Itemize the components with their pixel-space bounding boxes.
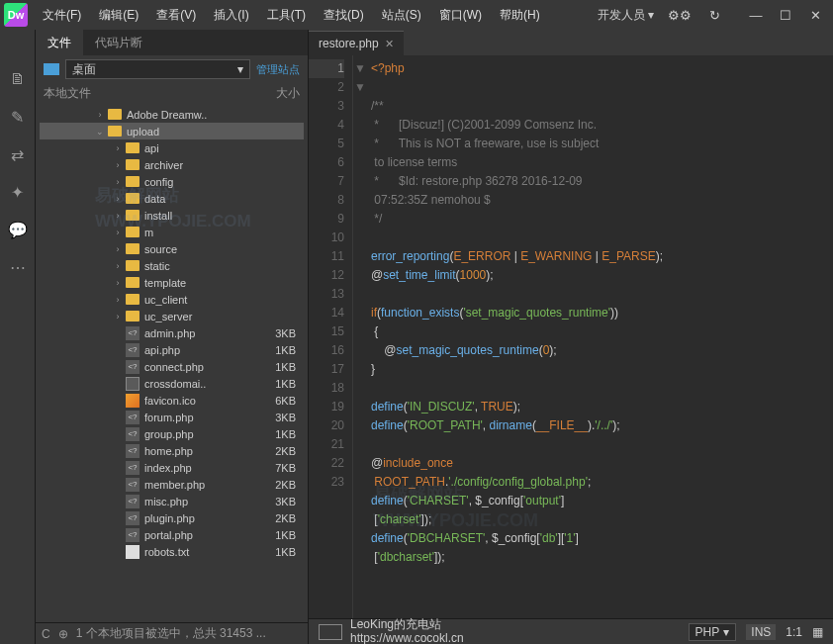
more-icon[interactable]: ⋯ — [8, 257, 28, 277]
minimize-button[interactable]: — — [742, 4, 770, 26]
tree-row[interactable]: ›config — [40, 173, 304, 190]
ico-icon — [125, 394, 140, 408]
maximize-button[interactable]: ☐ — [772, 4, 799, 26]
xml-icon — [125, 377, 140, 391]
tree-row[interactable]: ›uc_server — [40, 308, 304, 324]
tab-snippets[interactable]: 代码片断 — [83, 30, 154, 55]
files-panel: 文件 代码片断 桌面▾ 管理站点 本地文件 大小 易破解网站 WWW.YPOJI… — [36, 30, 309, 644]
insert-mode[interactable]: INS — [746, 624, 776, 640]
menu-item[interactable]: 窗口(W) — [432, 3, 489, 28]
folder-icon — [125, 310, 140, 323]
folder-icon — [125, 293, 140, 307]
new-file-icon[interactable]: 🗎 — [8, 69, 28, 89]
tree-row[interactable]: <?portal.php1KB — [40, 526, 304, 543]
folder-icon — [107, 108, 123, 122]
close-button[interactable]: ✕ — [801, 4, 829, 26]
php-icon: <? — [125, 478, 140, 492]
tree-row[interactable]: ›source — [40, 240, 304, 257]
tag-tool-icon[interactable]: ✎ — [8, 107, 28, 127]
txt-icon — [125, 545, 140, 559]
tree-row[interactable]: favicon.ico6KB — [40, 392, 304, 409]
comment-icon[interactable]: 💬 — [8, 220, 28, 239]
folder-icon — [125, 276, 140, 290]
folder-icon — [107, 125, 123, 138]
php-icon: <? — [125, 495, 140, 508]
tree-row[interactable]: ›archiver — [40, 156, 304, 173]
status-text: 1 个本地项目被选中，总共 31453 ... — [76, 625, 302, 642]
tree-row[interactable]: ›api — [40, 139, 304, 156]
site-dropdown[interactable]: 桌面▾ — [65, 59, 250, 79]
menu-item[interactable]: 站点(S) — [375, 3, 428, 28]
tree-row[interactable]: <?home.php2KB — [40, 442, 304, 459]
tree-row[interactable]: ›static — [40, 257, 304, 274]
tree-row[interactable]: <?group.php1KB — [40, 425, 304, 442]
tree-row[interactable]: <?forum.php3KB — [40, 409, 304, 425]
folder-icon — [125, 175, 140, 189]
file-tree[interactable]: 易破解网站 WWW.YPOJIE.COM ›Adobe Dreamw..⌄upl… — [36, 104, 308, 622]
php-icon: <? — [125, 511, 140, 525]
col-size: 大小 — [260, 85, 300, 102]
folder-icon — [125, 192, 140, 206]
main-menu: 文件(F)编辑(E)查看(V)插入(I)工具(T)查找(D)站点(S)窗口(W)… — [36, 3, 547, 28]
tree-row[interactable]: <?member.php2KB — [40, 476, 304, 493]
refresh-icon[interactable]: C — [42, 627, 50, 641]
sync-settings-icon[interactable]: ⚙⚙ — [664, 6, 695, 25]
tree-row[interactable]: ›template — [40, 274, 304, 291]
menu-item[interactable]: 编辑(E) — [92, 3, 145, 28]
disk-icon — [44, 63, 59, 75]
output-icon[interactable] — [319, 624, 342, 640]
tree-row[interactable]: robots.txt1KB — [40, 543, 304, 560]
tree-row[interactable]: ›Adobe Dreamw.. — [40, 106, 304, 123]
folder-icon — [125, 158, 140, 172]
globe-icon[interactable]: ⊕ — [58, 627, 68, 641]
tree-row[interactable]: <?connect.php1KB — [40, 358, 304, 375]
code-body[interactable]: <?php /** * [Discuz!] (C)2001-2099 Comse… — [353, 55, 833, 618]
editor-tab[interactable]: restore.php ✕ — [309, 31, 404, 55]
tree-row[interactable]: ›data — [40, 190, 304, 207]
col-name: 本地文件 — [44, 85, 260, 102]
folder-icon — [125, 226, 140, 239]
language-select[interactable]: PHP▾ — [689, 623, 737, 641]
transform-icon[interactable]: ⇄ — [8, 144, 28, 164]
php-icon: <? — [125, 444, 140, 458]
status-title: LeoKing的充电站 — [350, 618, 464, 631]
menu-item[interactable]: 帮助(H) — [493, 3, 547, 28]
workspace-switcher[interactable]: 开发人员 ▾ — [598, 7, 654, 24]
line-gutter: 1234567891011121314151617181920212223 — [309, 55, 353, 618]
menu-item[interactable]: 插入(I) — [207, 3, 255, 28]
tree-row[interactable]: ⌄upload — [40, 123, 304, 139]
tree-row[interactable]: <?api.php1KB — [40, 341, 304, 358]
sync-icon[interactable]: ↻ — [705, 6, 724, 25]
overflow-icon[interactable]: ▦ — [812, 625, 823, 639]
tree-row[interactable]: <?plugin.php2KB — [40, 509, 304, 526]
tree-row[interactable]: <?admin.php3KB — [40, 324, 304, 341]
tree-row[interactable]: ›uc_client — [40, 291, 304, 308]
close-icon[interactable]: ✕ — [385, 38, 394, 50]
menu-item[interactable]: 查看(V) — [149, 3, 203, 28]
menu-item[interactable]: 查找(D) — [317, 3, 371, 28]
title-bar: Dw 文件(F)编辑(E)查看(V)插入(I)工具(T)查找(D)站点(S)窗口… — [0, 0, 833, 30]
php-icon: <? — [125, 461, 140, 475]
tree-row[interactable]: ›install — [40, 207, 304, 224]
folder-icon — [125, 242, 140, 256]
status-url: https://www.cocokl.cn — [350, 632, 464, 645]
tree-row[interactable]: <?misc.php3KB — [40, 493, 304, 509]
manage-sites-link[interactable]: 管理站点 — [256, 62, 300, 77]
panel-status-bar: C ⊕ 1 个本地项目被选中，总共 31453 ... — [36, 622, 308, 644]
tree-row[interactable]: crossdomai..1KB — [40, 375, 304, 392]
wand-icon[interactable]: ✦ — [8, 182, 28, 202]
tool-rail: 🗎 ✎ ⇄ ✦ 💬 ⋯ — [0, 30, 36, 644]
code-area[interactable]: 1234567891011121314151617181920212223 ▼▼… — [309, 55, 833, 618]
tab-files[interactable]: 文件 — [36, 30, 83, 55]
php-icon: <? — [125, 326, 140, 340]
menu-item[interactable]: 工具(T) — [260, 3, 313, 28]
tree-row[interactable]: <?index.php7KB — [40, 459, 304, 476]
folder-icon — [125, 141, 140, 155]
php-icon: <? — [125, 343, 140, 357]
menu-item[interactable]: 文件(F) — [36, 3, 88, 28]
folder-icon — [125, 259, 140, 273]
php-icon: <? — [125, 360, 140, 374]
tree-row[interactable]: ›m — [40, 224, 304, 240]
code-editor: restore.php ✕ 12345678910111213141516171… — [309, 30, 833, 644]
php-icon: <? — [125, 411, 140, 424]
